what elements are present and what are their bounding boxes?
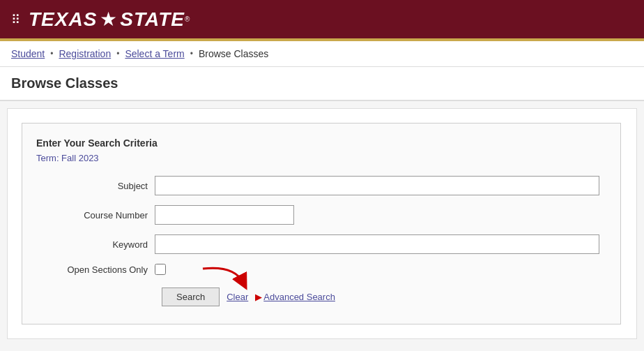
breadcrumb-registration[interactable]: Registration: [59, 48, 111, 59]
advanced-search-link[interactable]: Advanced Search: [263, 292, 335, 302]
breadcrumb-browse-classes: Browse Classes: [199, 48, 268, 59]
logo-star-icon: ★: [100, 8, 117, 31]
course-number-row: Course Number: [36, 205, 599, 225]
search-button[interactable]: Search: [162, 287, 220, 306]
subject-row: Subject: [36, 176, 599, 195]
grid-icon[interactable]: ⠿: [11, 12, 20, 27]
breadcrumb-sep-1: •: [50, 49, 53, 59]
breadcrumb-sep-3: •: [190, 49, 193, 59]
advanced-search-container: ▶ Advanced Search: [255, 292, 335, 302]
subject-label: Subject: [36, 181, 155, 191]
term-label: Term: Fall 2023: [36, 153, 599, 163]
breadcrumb-select-term[interactable]: Select a Term: [125, 48, 184, 59]
open-sections-checkbox[interactable]: [155, 264, 166, 275]
breadcrumb-sep-2: •: [116, 49, 119, 59]
logo-text-part1: TEXAS: [29, 8, 97, 31]
page-title-bar: Browse Classes: [0, 67, 644, 101]
keyword-input[interactable]: [155, 234, 599, 254]
logo-text-part2: STATE: [120, 8, 185, 31]
logo: TEXAS ★ STATE ®: [29, 8, 190, 31]
main-content: Enter Your Search Criteria Term: Fall 20…: [7, 108, 637, 339]
course-number-label: Course Number: [36, 210, 155, 221]
breadcrumb: Student • Registration • Select a Term •…: [0, 41, 644, 67]
advanced-search-arrow-icon: ▶: [255, 292, 262, 302]
search-criteria-title: Enter Your Search Criteria: [36, 137, 599, 149]
open-sections-label: Open Sections Only: [36, 264, 155, 275]
search-criteria-box: Enter Your Search Criteria Term: Fall 20…: [22, 123, 621, 324]
breadcrumb-student[interactable]: Student: [11, 48, 45, 59]
clear-link[interactable]: Clear: [227, 292, 248, 302]
course-number-input[interactable]: [155, 205, 294, 225]
page-title: Browse Classes: [11, 75, 633, 91]
app-header: ⠿ TEXAS ★ STATE ®: [0, 0, 644, 38]
open-sections-row: Open Sections Only: [36, 264, 599, 275]
subject-input[interactable]: [155, 176, 599, 195]
keyword-row: Keyword: [36, 234, 599, 254]
buttons-row: Search Clear ▶ Advanced Search: [36, 287, 599, 306]
keyword-label: Keyword: [36, 239, 155, 250]
logo-registered: ®: [185, 15, 190, 23]
